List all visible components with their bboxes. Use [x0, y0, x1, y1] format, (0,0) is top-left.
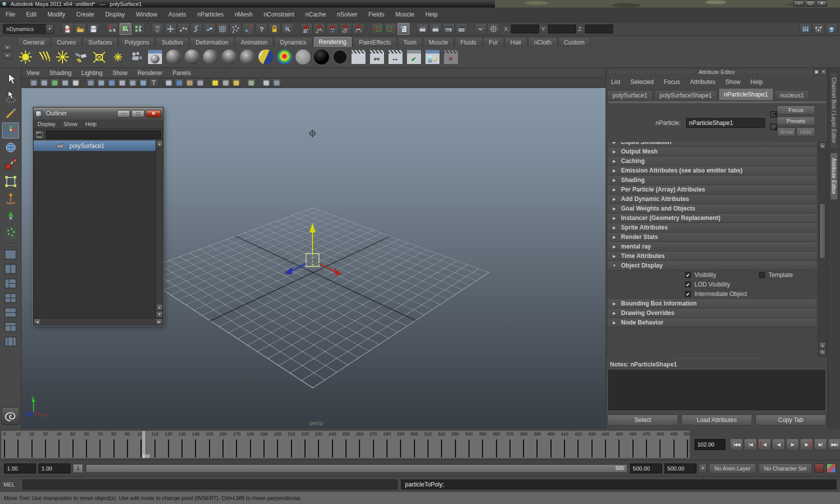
paint-select-tool[interactable]: [2, 106, 19, 122]
point-light-shelf-icon[interactable]: [54, 48, 71, 66]
z-axis-handle[interactable]: [284, 267, 292, 275]
outliner-search-input[interactable]: [46, 130, 161, 139]
anim-layer-button[interactable]: No Anim Layer: [709, 464, 756, 474]
blinn-material-shelf-icon[interactable]: [183, 48, 200, 66]
select-by-hierarchy-icon[interactable]: [106, 23, 118, 35]
menu-nconstraint[interactable]: nConstraint: [258, 8, 300, 22]
channel-box-toggle-icon[interactable]: [800, 23, 812, 35]
construction-history-icon[interactable]: [398, 23, 410, 35]
scroll-down-icon[interactable]: ▼: [819, 349, 826, 356]
shelf-tab-animation[interactable]: Animation: [235, 37, 274, 47]
shelf-tab-ncloth[interactable]: nCloth: [528, 37, 558, 47]
universal-manipulator-tool[interactable]: [2, 174, 19, 190]
mask-surfaces-icon[interactable]: [204, 23, 216, 35]
ae-menu-focus[interactable]: Focus: [658, 78, 685, 86]
mask-points-icon[interactable]: [178, 23, 190, 35]
panelbar-axis-icon[interactable]: [71, 78, 80, 87]
menu-muscle[interactable]: Muscle: [390, 8, 420, 22]
z-coord-input[interactable]: [585, 24, 613, 34]
snap-toggle-chevron-icon[interactable]: [152, 23, 164, 35]
panelbar-camkey-icon[interactable]: [40, 78, 49, 87]
shelf-tab-fur[interactable]: Fur: [483, 37, 504, 47]
menu-nsolver[interactable]: nSolver: [332, 8, 363, 22]
lambert-material-shelf-icon[interactable]: [202, 48, 219, 66]
play-forwards-button[interactable]: ▶: [786, 438, 799, 450]
outliner-horizontal-scrollbar[interactable]: ◀ ▶: [34, 318, 163, 325]
shelf-tab-general[interactable]: General: [17, 37, 50, 47]
notes-splitter-handle[interactable]: [606, 356, 828, 360]
cancel-render-shelf-icon[interactable]: ✕: [442, 48, 460, 66]
step-back-key-button[interactable]: ◀: [758, 438, 771, 450]
snap-to-point-icon[interactable]: [326, 23, 338, 35]
ae-tab-nparticleshape1[interactable]: nParticleShape1: [718, 88, 774, 100]
node-name-input[interactable]: [686, 118, 765, 128]
use-background-shelf-icon[interactable]: [331, 48, 348, 66]
phong-material-shelf-icon[interactable]: [220, 48, 238, 66]
focus-button[interactable]: Focus: [777, 106, 815, 114]
menu-window[interactable]: Window: [130, 8, 163, 22]
chevron-collapsed-icon[interactable]: ▶: [608, 226, 621, 230]
range-slider-track[interactable]: 500: [86, 464, 628, 473]
outliner-menu-show[interactable]: Show: [60, 121, 82, 127]
ae-tab-polysurface1[interactable]: polySurface1: [607, 90, 653, 100]
animation-end-field[interactable]: [664, 464, 696, 474]
ae-menu-attributes[interactable]: Attributes: [685, 78, 720, 86]
ae-menu-selected[interactable]: Selected: [626, 78, 659, 86]
quick-select-chevron-icon[interactable]: [474, 23, 486, 35]
volume-light-shelf-icon[interactable]: [109, 48, 126, 66]
paint-effects-layout[interactable]: [2, 335, 18, 348]
toolbar-separator[interactable]: [146, 24, 150, 34]
outliner-title-bar[interactable]: Outliner — ▢ ✕: [34, 108, 163, 120]
step-forward-key-button[interactable]: ▶: [800, 438, 813, 450]
panel-menu-shading[interactable]: Shading: [44, 70, 76, 76]
step-forward-frame-button[interactable]: ▶|: [814, 438, 827, 450]
section-shading[interactable]: ▶Shading: [608, 176, 817, 185]
panelbar-film-icon[interactable]: [196, 78, 205, 87]
panelbar-bulbG-icon[interactable]: [221, 78, 230, 87]
shelf-tab-surfaces[interactable]: Surfaces: [82, 37, 118, 47]
menu-modify[interactable]: Modify: [42, 8, 70, 22]
scroll-up-icon[interactable]: ▲: [156, 140, 163, 148]
mask-curves-icon[interactable]: [190, 23, 202, 35]
section-per-particle-array-attributes[interactable]: ▶Per Particle (Array) Attributes: [608, 185, 817, 194]
outliner-close-button[interactable]: ✕: [146, 110, 161, 118]
surface-shader-shelf-icon[interactable]: [312, 48, 330, 66]
scroll-left-icon[interactable]: ◀: [34, 318, 41, 325]
panelbar-grid-icon[interactable]: [96, 78, 106, 87]
shelf-tab-deformation[interactable]: Deformation: [190, 37, 234, 47]
menu-create[interactable]: Create: [70, 8, 100, 22]
anisotropic-material-shelf-icon[interactable]: [164, 48, 182, 66]
section-emission-attributes-see-also-emitter-tabs[interactable]: ▶Emission Attributes (see also emitter t…: [608, 166, 817, 176]
input-connections-icon[interactable]: [372, 23, 384, 35]
scroll-thumb[interactable]: [820, 204, 826, 258]
panelbar-circle-icon[interactable]: [118, 78, 127, 87]
outliner-persp-layout[interactable]: [2, 277, 18, 290]
move-tool[interactable]: [2, 122, 19, 138]
y-coord-input[interactable]: [548, 24, 576, 34]
y-axis-handle[interactable]: [310, 222, 316, 232]
highlight-selection-icon[interactable]: [282, 23, 294, 35]
shelf-tab-hair[interactable]: Hair: [504, 37, 528, 47]
chevron-collapsed-icon[interactable]: ▶: [608, 206, 621, 211]
panelbar-bluecube-icon[interactable]: [174, 78, 184, 87]
checkbox-visibility[interactable]: ✔Visibility: [685, 272, 716, 278]
render-frame-shelf-icon[interactable]: [350, 48, 367, 66]
checkbox-checked-icon[interactable]: ✔: [685, 291, 691, 297]
scroll-right-icon[interactable]: ▶: [156, 318, 163, 325]
select-button[interactable]: Select: [608, 414, 678, 426]
open-scene-icon[interactable]: [74, 23, 86, 35]
section-mental-ray[interactable]: ▶mental ray: [608, 242, 817, 252]
scroll-track[interactable]: [156, 148, 163, 304]
select-tool[interactable]: [2, 72, 19, 88]
attribute-editor-header[interactable]: Attribute Editor ▣ ✕: [606, 68, 828, 76]
checkbox-checked-icon[interactable]: ✔: [685, 282, 691, 288]
ipr-render-shelf-icon[interactable]: IPR: [368, 48, 386, 66]
shelf-tab-painteffects[interactable]: PaintEffects: [353, 37, 397, 47]
copy-tab-button[interactable]: Copy Tab: [756, 414, 826, 426]
chevron-collapsed-icon[interactable]: ▶: [608, 244, 621, 249]
attribute-editor-scrollbar[interactable]: ▲ ▲ ▼: [818, 142, 826, 356]
shelf-tab-curves[interactable]: Curves: [51, 37, 82, 47]
panelbar-cam-icon[interactable]: [29, 78, 38, 87]
last-tool-nparticle[interactable]: [2, 224, 19, 240]
current-frame-marker[interactable]: 102: [142, 431, 146, 458]
